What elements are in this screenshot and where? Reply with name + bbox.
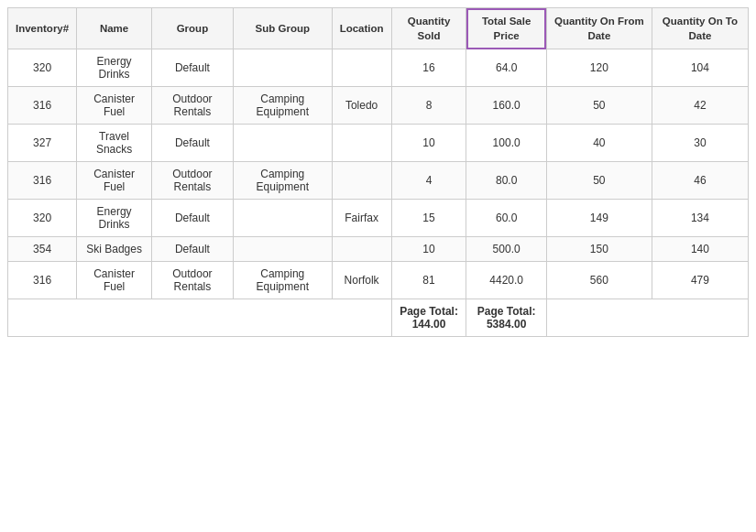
cell-name: Canister Fuel: [77, 262, 152, 299]
cell-name: Travel Snacks: [77, 125, 152, 162]
cell-total_sale_price: 100.0: [466, 125, 546, 162]
cell-total_sale_price: 60.0: [466, 200, 546, 237]
table-row: 327Travel SnacksDefault10100.04030: [8, 125, 749, 162]
cell-qty_sold: 16: [391, 49, 466, 87]
cell-name: Canister Fuel: [77, 87, 152, 125]
cell-total_sale_price: 500.0: [466, 237, 546, 262]
cell-name: Energy Drinks: [77, 200, 152, 237]
cell-inventory: 327: [8, 125, 77, 162]
col-header-qty-sold: Quantity Sold: [391, 8, 466, 49]
cell-location: Fairfax: [332, 200, 391, 237]
col-header-inventory: Inventory#: [8, 8, 77, 49]
cell-qty_on_to: 104: [652, 49, 748, 87]
col-header-group: Group: [151, 8, 233, 49]
cell-qty_on_from: 50: [546, 162, 652, 200]
cell-name: Canister Fuel: [77, 162, 152, 200]
col-header-subgroup: Sub Group: [233, 8, 332, 49]
cell-group: Default: [151, 237, 233, 262]
cell-qty_on_to: 42: [652, 87, 748, 125]
cell-location: [332, 237, 391, 262]
cell-qty_on_from: 560: [546, 262, 652, 299]
table-row: 316Canister FuelOutdoor RentalsCamping E…: [8, 262, 749, 299]
table-footer-row: Page Total: 144.00 Page Total: 5384.00: [8, 299, 749, 337]
cell-qty_on_from: 50: [546, 87, 652, 125]
col-header-qty-on-from: Quantity On From Date: [546, 8, 652, 49]
cell-group: Outdoor Rentals: [151, 162, 233, 200]
cell-location: Norfolk: [332, 262, 391, 299]
cell-subgroup: [233, 200, 332, 237]
cell-total_sale_price: 160.0: [466, 87, 546, 125]
report-table-wrapper: Inventory# Name Group Sub Group Location…: [0, 0, 756, 344]
cell-qty_sold: 4: [391, 162, 466, 200]
table-header-row: Inventory# Name Group Sub Group Location…: [8, 8, 749, 49]
cell-location: [332, 125, 391, 162]
col-header-location: Location: [332, 8, 391, 49]
table-row: 316Canister FuelOutdoor RentalsCamping E…: [8, 162, 749, 200]
cell-subgroup: Camping Equipment: [233, 87, 332, 125]
cell-qty_on_from: 40: [546, 125, 652, 162]
inventory-report-table: Inventory# Name Group Sub Group Location…: [7, 7, 749, 337]
cell-subgroup: Camping Equipment: [233, 162, 332, 200]
cell-subgroup: [233, 49, 332, 87]
footer-sale-total: Page Total: 5384.00: [466, 299, 546, 337]
col-header-total-sale-price: Total Sale Price: [466, 8, 546, 49]
cell-inventory: 316: [8, 262, 77, 299]
cell-subgroup: Camping Equipment: [233, 262, 332, 299]
cell-group: Default: [151, 200, 233, 237]
cell-location: Toledo: [332, 87, 391, 125]
cell-name: Ski Badges: [77, 237, 152, 262]
cell-qty_sold: 8: [391, 87, 466, 125]
table-row: 354Ski BadgesDefault10500.0150140: [8, 237, 749, 262]
cell-group: Outdoor Rentals: [151, 87, 233, 125]
cell-location: [332, 162, 391, 200]
cell-inventory: 354: [8, 237, 77, 262]
cell-total_sale_price: 4420.0: [466, 262, 546, 299]
cell-qty_on_from: 120: [546, 49, 652, 87]
table-row: 316Canister FuelOutdoor RentalsCamping E…: [8, 87, 749, 125]
cell-qty_sold: 10: [391, 237, 466, 262]
cell-group: Default: [151, 49, 233, 87]
cell-inventory: 320: [8, 49, 77, 87]
footer-qty-total: Page Total: 144.00: [391, 299, 466, 337]
col-header-name: Name: [77, 8, 152, 49]
cell-qty_sold: 81: [391, 262, 466, 299]
cell-total_sale_price: 80.0: [466, 162, 546, 200]
cell-qty_on_from: 149: [546, 200, 652, 237]
cell-inventory: 316: [8, 162, 77, 200]
cell-qty_on_from: 150: [546, 237, 652, 262]
cell-group: Default: [151, 125, 233, 162]
cell-total_sale_price: 64.0: [466, 49, 546, 87]
cell-subgroup: [233, 237, 332, 262]
cell-qty_sold: 10: [391, 125, 466, 162]
cell-qty_on_to: 134: [652, 200, 748, 237]
cell-group: Outdoor Rentals: [151, 262, 233, 299]
cell-inventory: 316: [8, 87, 77, 125]
cell-qty_sold: 15: [391, 200, 466, 237]
cell-qty_on_to: 30: [652, 125, 748, 162]
table-row: 320Energy DrinksDefaultFairfax1560.01491…: [8, 200, 749, 237]
cell-qty_on_to: 46: [652, 162, 748, 200]
cell-name: Energy Drinks: [77, 49, 152, 87]
cell-inventory: 320: [8, 200, 77, 237]
cell-qty_on_to: 479: [652, 262, 748, 299]
cell-qty_on_to: 140: [652, 237, 748, 262]
col-header-qty-on-to: Quantity On To Date: [652, 8, 748, 49]
cell-subgroup: [233, 125, 332, 162]
table-row: 320Energy DrinksDefault1664.0120104: [8, 49, 749, 87]
cell-location: [332, 49, 391, 87]
